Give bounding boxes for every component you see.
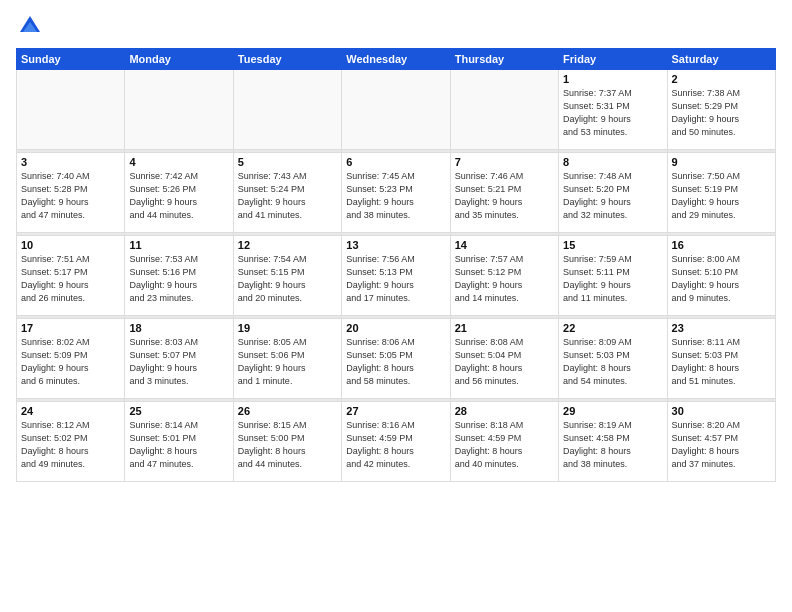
day-info: Sunrise: 8:06 AM Sunset: 5:05 PM Dayligh…: [346, 336, 445, 388]
weekday-header-tuesday: Tuesday: [233, 49, 341, 70]
calendar-cell: 12Sunrise: 7:54 AM Sunset: 5:15 PM Dayli…: [233, 236, 341, 316]
calendar-cell: 8Sunrise: 7:48 AM Sunset: 5:20 PM Daylig…: [559, 153, 667, 233]
day-info: Sunrise: 7:42 AM Sunset: 5:26 PM Dayligh…: [129, 170, 228, 222]
weekday-header-sunday: Sunday: [17, 49, 125, 70]
day-info: Sunrise: 7:59 AM Sunset: 5:11 PM Dayligh…: [563, 253, 662, 305]
calendar-cell: [233, 70, 341, 150]
day-number: 18: [129, 322, 228, 334]
day-number: 28: [455, 405, 554, 417]
calendar-cell: 25Sunrise: 8:14 AM Sunset: 5:01 PM Dayli…: [125, 402, 233, 482]
day-number: 23: [672, 322, 771, 334]
day-info: Sunrise: 7:43 AM Sunset: 5:24 PM Dayligh…: [238, 170, 337, 222]
header: [16, 12, 776, 40]
calendar-cell: 3Sunrise: 7:40 AM Sunset: 5:28 PM Daylig…: [17, 153, 125, 233]
day-info: Sunrise: 8:05 AM Sunset: 5:06 PM Dayligh…: [238, 336, 337, 388]
day-number: 2: [672, 73, 771, 85]
calendar-cell: 20Sunrise: 8:06 AM Sunset: 5:05 PM Dayli…: [342, 319, 450, 399]
logo-icon: [16, 12, 44, 40]
day-number: 7: [455, 156, 554, 168]
day-number: 8: [563, 156, 662, 168]
day-info: Sunrise: 7:54 AM Sunset: 5:15 PM Dayligh…: [238, 253, 337, 305]
day-number: 12: [238, 239, 337, 251]
calendar-cell: 5Sunrise: 7:43 AM Sunset: 5:24 PM Daylig…: [233, 153, 341, 233]
day-info: Sunrise: 8:03 AM Sunset: 5:07 PM Dayligh…: [129, 336, 228, 388]
day-number: 15: [563, 239, 662, 251]
day-number: 3: [21, 156, 120, 168]
calendar-cell: [342, 70, 450, 150]
week-row-1: 3Sunrise: 7:40 AM Sunset: 5:28 PM Daylig…: [17, 153, 776, 233]
day-info: Sunrise: 7:38 AM Sunset: 5:29 PM Dayligh…: [672, 87, 771, 139]
day-number: 24: [21, 405, 120, 417]
day-info: Sunrise: 8:09 AM Sunset: 5:03 PM Dayligh…: [563, 336, 662, 388]
day-info: Sunrise: 7:56 AM Sunset: 5:13 PM Dayligh…: [346, 253, 445, 305]
calendar-cell: [450, 70, 558, 150]
day-info: Sunrise: 8:20 AM Sunset: 4:57 PM Dayligh…: [672, 419, 771, 471]
day-number: 5: [238, 156, 337, 168]
day-info: Sunrise: 7:53 AM Sunset: 5:16 PM Dayligh…: [129, 253, 228, 305]
day-number: 20: [346, 322, 445, 334]
calendar-cell: 9Sunrise: 7:50 AM Sunset: 5:19 PM Daylig…: [667, 153, 775, 233]
calendar-cell: 4Sunrise: 7:42 AM Sunset: 5:26 PM Daylig…: [125, 153, 233, 233]
calendar-cell: 13Sunrise: 7:56 AM Sunset: 5:13 PM Dayli…: [342, 236, 450, 316]
day-number: 1: [563, 73, 662, 85]
day-number: 10: [21, 239, 120, 251]
calendar-cell: 6Sunrise: 7:45 AM Sunset: 5:23 PM Daylig…: [342, 153, 450, 233]
day-info: Sunrise: 7:46 AM Sunset: 5:21 PM Dayligh…: [455, 170, 554, 222]
day-info: Sunrise: 8:08 AM Sunset: 5:04 PM Dayligh…: [455, 336, 554, 388]
logo: [16, 12, 48, 40]
weekday-header-monday: Monday: [125, 49, 233, 70]
day-number: 25: [129, 405, 228, 417]
calendar-cell: 18Sunrise: 8:03 AM Sunset: 5:07 PM Dayli…: [125, 319, 233, 399]
calendar-cell: 21Sunrise: 8:08 AM Sunset: 5:04 PM Dayli…: [450, 319, 558, 399]
day-info: Sunrise: 8:12 AM Sunset: 5:02 PM Dayligh…: [21, 419, 120, 471]
calendar-table: SundayMondayTuesdayWednesdayThursdayFrid…: [16, 48, 776, 482]
day-info: Sunrise: 7:48 AM Sunset: 5:20 PM Dayligh…: [563, 170, 662, 222]
weekday-header-row: SundayMondayTuesdayWednesdayThursdayFrid…: [17, 49, 776, 70]
day-number: 9: [672, 156, 771, 168]
calendar-cell: 22Sunrise: 8:09 AM Sunset: 5:03 PM Dayli…: [559, 319, 667, 399]
day-info: Sunrise: 8:02 AM Sunset: 5:09 PM Dayligh…: [21, 336, 120, 388]
day-number: 21: [455, 322, 554, 334]
calendar-cell: 23Sunrise: 8:11 AM Sunset: 5:03 PM Dayli…: [667, 319, 775, 399]
week-row-0: 1Sunrise: 7:37 AM Sunset: 5:31 PM Daylig…: [17, 70, 776, 150]
day-info: Sunrise: 7:45 AM Sunset: 5:23 PM Dayligh…: [346, 170, 445, 222]
calendar-cell: 27Sunrise: 8:16 AM Sunset: 4:59 PM Dayli…: [342, 402, 450, 482]
day-info: Sunrise: 8:00 AM Sunset: 5:10 PM Dayligh…: [672, 253, 771, 305]
day-info: Sunrise: 8:14 AM Sunset: 5:01 PM Dayligh…: [129, 419, 228, 471]
calendar-cell: 10Sunrise: 7:51 AM Sunset: 5:17 PM Dayli…: [17, 236, 125, 316]
day-number: 11: [129, 239, 228, 251]
day-number: 30: [672, 405, 771, 417]
calendar-cell: 15Sunrise: 7:59 AM Sunset: 5:11 PM Dayli…: [559, 236, 667, 316]
day-info: Sunrise: 8:16 AM Sunset: 4:59 PM Dayligh…: [346, 419, 445, 471]
day-number: 13: [346, 239, 445, 251]
day-number: 16: [672, 239, 771, 251]
calendar-cell: 2Sunrise: 7:38 AM Sunset: 5:29 PM Daylig…: [667, 70, 775, 150]
day-info: Sunrise: 7:37 AM Sunset: 5:31 PM Dayligh…: [563, 87, 662, 139]
day-number: 14: [455, 239, 554, 251]
calendar-cell: 17Sunrise: 8:02 AM Sunset: 5:09 PM Dayli…: [17, 319, 125, 399]
calendar-cell: 24Sunrise: 8:12 AM Sunset: 5:02 PM Dayli…: [17, 402, 125, 482]
day-info: Sunrise: 8:19 AM Sunset: 4:58 PM Dayligh…: [563, 419, 662, 471]
day-number: 26: [238, 405, 337, 417]
weekday-header-thursday: Thursday: [450, 49, 558, 70]
day-info: Sunrise: 7:50 AM Sunset: 5:19 PM Dayligh…: [672, 170, 771, 222]
day-info: Sunrise: 7:57 AM Sunset: 5:12 PM Dayligh…: [455, 253, 554, 305]
day-number: 17: [21, 322, 120, 334]
weekday-header-friday: Friday: [559, 49, 667, 70]
calendar-cell: 11Sunrise: 7:53 AM Sunset: 5:16 PM Dayli…: [125, 236, 233, 316]
calendar-cell: [125, 70, 233, 150]
calendar-cell: 7Sunrise: 7:46 AM Sunset: 5:21 PM Daylig…: [450, 153, 558, 233]
calendar-cell: 26Sunrise: 8:15 AM Sunset: 5:00 PM Dayli…: [233, 402, 341, 482]
calendar-cell: 1Sunrise: 7:37 AM Sunset: 5:31 PM Daylig…: [559, 70, 667, 150]
day-info: Sunrise: 8:15 AM Sunset: 5:00 PM Dayligh…: [238, 419, 337, 471]
week-row-3: 17Sunrise: 8:02 AM Sunset: 5:09 PM Dayli…: [17, 319, 776, 399]
day-info: Sunrise: 8:18 AM Sunset: 4:59 PM Dayligh…: [455, 419, 554, 471]
day-number: 19: [238, 322, 337, 334]
calendar-cell: 29Sunrise: 8:19 AM Sunset: 4:58 PM Dayli…: [559, 402, 667, 482]
calendar-cell: 14Sunrise: 7:57 AM Sunset: 5:12 PM Dayli…: [450, 236, 558, 316]
day-number: 4: [129, 156, 228, 168]
calendar-cell: [17, 70, 125, 150]
weekday-header-saturday: Saturday: [667, 49, 775, 70]
day-number: 6: [346, 156, 445, 168]
week-row-4: 24Sunrise: 8:12 AM Sunset: 5:02 PM Dayli…: [17, 402, 776, 482]
